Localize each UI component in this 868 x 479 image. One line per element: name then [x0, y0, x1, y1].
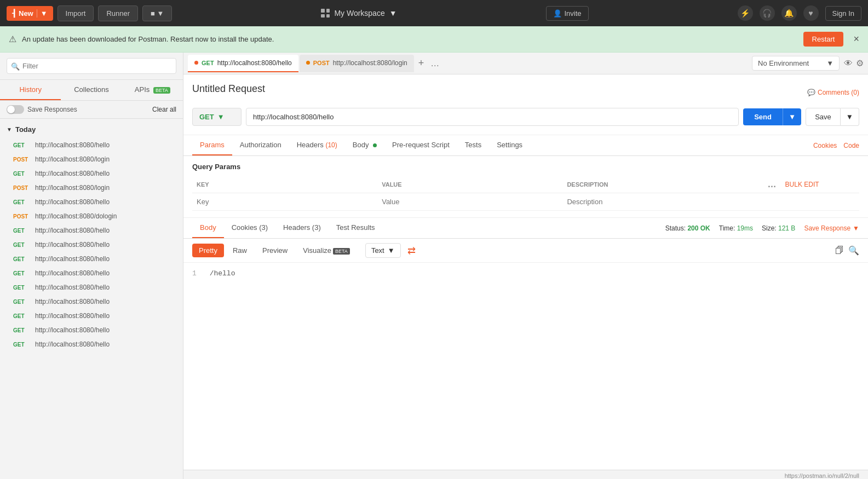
invite-label: Invite [565, 9, 582, 18]
list-item[interactable]: GET http://localhost:8080/hello [0, 309, 183, 323]
search-body-button[interactable]: 🔍 [848, 245, 859, 256]
list-item[interactable]: GET http://localhost:8080/hello [0, 223, 183, 238]
list-item[interactable]: GET http://localhost:8080/hello [0, 138, 183, 152]
list-item[interactable]: GET http://localhost:8080/hello [0, 166, 183, 181]
tab-authorization[interactable]: Authorization [232, 135, 289, 155]
tab-pre-request[interactable]: Pre-request Script [384, 135, 457, 155]
headset-icon[interactable]: 🎧 [760, 5, 775, 21]
banner-close-button[interactable]: × [853, 33, 859, 45]
url-input[interactable] [246, 108, 739, 126]
list-item[interactable]: GET http://localhost:8080/hello [0, 280, 183, 295]
env-dropdown[interactable]: No Environment ▼ [752, 56, 840, 71]
body-tab-visualize[interactable]: VisualizeBETA [296, 244, 357, 257]
list-item[interactable]: GET http://localhost:8080/hello [0, 295, 183, 309]
list-item[interactable]: GET http://localhost:8080/hello [0, 238, 183, 252]
settings-icon-button[interactable]: ⚙ [856, 58, 864, 68]
resp-tab-body[interactable]: Body [192, 218, 224, 238]
save-responses-toggle[interactable] [7, 105, 24, 114]
resp-tab-test-results[interactable]: Test Results [329, 218, 383, 238]
list-item[interactable]: GET http://localhost:8080/hello [0, 195, 183, 209]
body-tab-raw[interactable]: Raw [226, 244, 254, 257]
description-input[interactable] [567, 198, 743, 206]
env-label: No Environment [758, 59, 809, 67]
request-row: GET ▼ Send ▼ Save ▼ [192, 108, 859, 126]
tab-method-post: POST [313, 60, 330, 66]
resp-tab-headers[interactable]: Headers (3) [275, 218, 329, 238]
sign-in-button[interactable]: Sign In [825, 6, 861, 21]
new-button[interactable]: ┨ New ▼ [7, 6, 53, 21]
extra-button[interactable]: ■ ▼ [142, 5, 172, 21]
value-input[interactable] [382, 198, 558, 206]
resp-tab-cookies[interactable]: Cookies (3) [224, 218, 275, 238]
response-value: /hello [210, 269, 235, 278]
tab-body[interactable]: Body [345, 135, 384, 155]
send-dropdown-button[interactable]: ▼ [783, 108, 801, 125]
key-input[interactable] [197, 198, 373, 206]
workspace-label: My Workspace [334, 9, 384, 18]
tab-history[interactable]: History [0, 80, 61, 100]
restart-button[interactable]: Restart [803, 32, 844, 47]
tab-headers[interactable]: Headers (10) [289, 135, 345, 155]
today-header[interactable]: ▼ Today [0, 123, 183, 138]
invite-button[interactable]: 👤 Invite [546, 6, 589, 21]
new-tab-button[interactable]: + [415, 57, 428, 69]
method-select[interactable]: GET ▼ [192, 108, 242, 126]
tab-collections[interactable]: Collections [61, 80, 122, 100]
code-link[interactable]: Code [843, 142, 859, 149]
tab-tests[interactable]: Tests [457, 135, 489, 155]
status-value: 200 OK [687, 224, 710, 232]
method-post-badge: POST [13, 185, 31, 191]
value-column-header: VALUE [377, 176, 562, 193]
list-item[interactable]: POST http://localhost:8080/login [0, 181, 183, 195]
body-format-selector[interactable]: Text ▼ [365, 243, 401, 258]
save-button[interactable]: Save [806, 108, 841, 126]
wrap-button[interactable]: ⇄ [407, 245, 416, 257]
tab-params[interactable]: Params [192, 135, 232, 155]
runner-button[interactable]: Runner [98, 5, 138, 21]
send-button[interactable]: Send [743, 108, 783, 125]
params-title: Query Params [192, 163, 859, 171]
tab-get-hello[interactable]: GET http://localhost:8080/hello [188, 55, 298, 72]
list-item[interactable]: POST http://localhost:8080/login [0, 152, 183, 166]
sidebar-tabs: History Collections APIs BETA [0, 80, 183, 101]
method-value: GET [199, 113, 214, 121]
heart-icon[interactable]: ♥ [803, 5, 819, 21]
eye-icon-button[interactable]: 👁 [844, 58, 853, 68]
clear-all-button[interactable]: Clear all [152, 106, 176, 113]
method-get-badge: GET [13, 285, 31, 291]
method-get-badge: GET [13, 199, 31, 205]
today-label: Today [15, 125, 36, 134]
list-item[interactable]: GET http://localhost:8080/hello [0, 337, 183, 351]
list-item[interactable]: GET http://localhost:8080/hello [0, 323, 183, 337]
list-item[interactable]: GET http://localhost:8080/hello [0, 266, 183, 280]
workspace-chevron: ▼ [389, 9, 397, 18]
workspace-selector[interactable]: My Workspace ▼ [321, 9, 396, 18]
tab-settings[interactable]: Settings [489, 135, 530, 155]
list-item[interactable]: POST http://localhost:8080/dologin [0, 209, 183, 223]
bulk-edit-header: Bulk Edit [781, 176, 859, 193]
list-item[interactable]: GET http://localhost:8080/hello [0, 252, 183, 266]
new-dropdown-arrow[interactable]: ▼ [37, 9, 48, 18]
body-tab-pretty[interactable]: Pretty [192, 244, 224, 257]
body-tab-preview[interactable]: Preview [256, 244, 294, 257]
cookies-link[interactable]: Cookies [813, 142, 837, 149]
import-button[interactable]: Import [58, 5, 94, 21]
bell-icon[interactable]: 🔔 [781, 5, 797, 21]
copy-button[interactable]: 🗍 [835, 245, 844, 256]
method-post-badge: POST [13, 213, 31, 220]
save-dropdown-button[interactable]: ▼ [841, 108, 859, 126]
bulk-edit-button[interactable]: Bulk Edit [785, 181, 819, 188]
more-tabs-button[interactable]: … [427, 59, 442, 68]
tab-apis[interactable]: APIs BETA [122, 80, 183, 100]
lightning-icon[interactable]: ⚡ [738, 5, 753, 21]
filter-input[interactable] [7, 58, 176, 74]
request-tabs-bar: GET http://localhost:8080/hello POST htt… [183, 53, 868, 74]
method-get-badge: GET [13, 313, 31, 319]
comments-link[interactable]: 💬 Comments (0) [807, 89, 859, 96]
method-get-badge: GET [13, 299, 31, 305]
save-response-dropdown[interactable]: ▼ [853, 224, 859, 232]
save-response-button[interactable]: Save Response ▼ [804, 224, 859, 232]
tab-url-post: http://localhost:8080/login [333, 59, 407, 67]
more-icon[interactable]: … [768, 180, 777, 189]
tab-post-login[interactable]: POST http://localhost:8080/login [300, 55, 414, 72]
